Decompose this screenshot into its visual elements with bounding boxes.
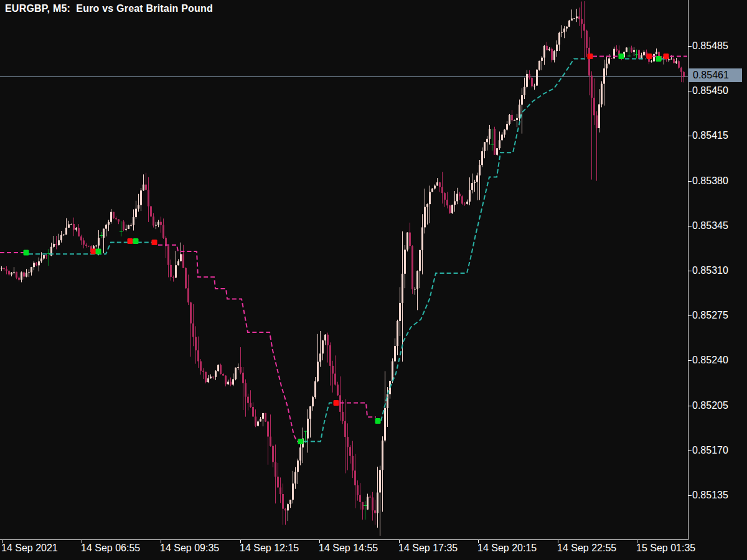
price-axis-tick — [688, 406, 692, 406]
time-axis-label: 14 Sep 12:15 — [240, 543, 299, 554]
price-axis-label: 0.85485 — [692, 40, 728, 52]
time-axis-label: 14 Sep 17:35 — [398, 543, 458, 554]
price-axis-label: 0.85415 — [692, 130, 728, 141]
price-axis-label: 0.85380 — [692, 175, 728, 187]
time-axis-label: 14 Sep 06:55 — [81, 543, 140, 554]
price-axis-tick — [688, 226, 692, 226]
time-axis-label: 14 Sep 20:15 — [477, 543, 537, 554]
current-price-badge: 0.85461 — [688, 68, 742, 82]
time-axis-label: 14 Sep 09:35 — [160, 543, 219, 554]
price-axis-label: 0.85205 — [692, 400, 728, 411]
price-axis-label: 0.85310 — [692, 265, 728, 276]
price-axis-tick — [688, 136, 692, 136]
time-axis-label: 14 Sep 14:55 — [319, 543, 378, 554]
mt5-chart-window: EURGBP, M5: Euro vs Great Britain Pound … — [0, 0, 747, 560]
chart-title: EURGBP, M5: Euro vs Great Britain Pound — [5, 3, 213, 14]
time-axis-label: 15 Sep 01:35 — [636, 543, 695, 554]
price-axis-tick — [688, 315, 692, 316]
candlestick-chart[interactable] — [0, 0, 688, 540]
time-axis-label: 14 Sep 2021 — [1, 543, 58, 554]
price-axis-tick — [688, 46, 692, 47]
price-axis-label: 0.85345 — [692, 220, 728, 231]
price-axis-label: 0.85240 — [692, 355, 728, 366]
price-axis-tick — [688, 271, 692, 271]
price-axis-tick — [688, 495, 692, 496]
time-axis-label: 14 Sep 22:55 — [557, 543, 616, 554]
price-axis-label: 0.85135 — [692, 490, 728, 501]
price-axis-label: 0.85275 — [692, 310, 728, 321]
price-axis-tick — [688, 91, 692, 91]
price-axis-tick — [688, 181, 692, 182]
price-axis-tick — [688, 360, 692, 361]
price-axis-label: 0.85170 — [692, 445, 728, 456]
price-axis-tick — [688, 450, 692, 451]
price-axis-label: 0.85450 — [692, 85, 728, 96]
time-axis-line — [0, 539, 688, 540]
